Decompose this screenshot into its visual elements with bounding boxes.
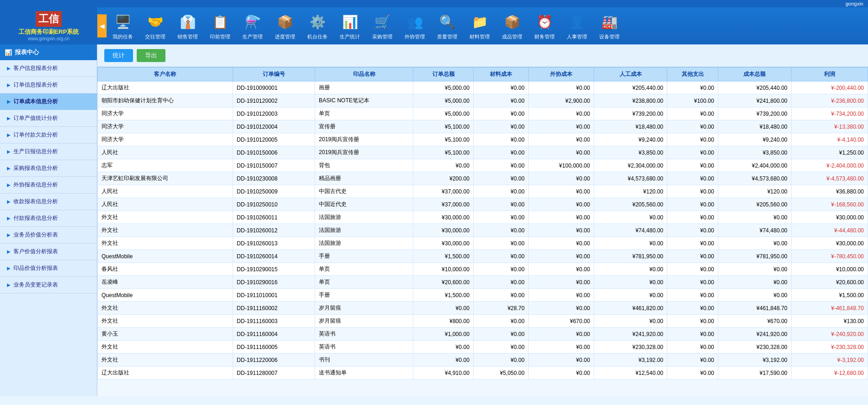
- table-cell: ¥0.00: [667, 172, 718, 185]
- table-cell: ¥0.00: [594, 211, 667, 224]
- sidebar-item-collection-report[interactable]: ▶收款报表信息分析: [0, 193, 97, 210]
- nav-item-stat[interactable]: 📊生产统计: [334, 9, 366, 43]
- table-cell: DD-1910120002: [233, 94, 315, 107]
- col-header[interactable]: 人工成本: [594, 68, 667, 81]
- table-cell: DD-1911160004: [233, 328, 315, 341]
- table-row: 辽大出版社DD-1911280007送书通知单¥4,910.00¥5,050.0…: [98, 367, 868, 380]
- nav-item-sales[interactable]: 👔销售管理: [171, 9, 204, 43]
- table-cell: ¥0.00: [528, 302, 594, 315]
- table-cell: ¥0.00: [474, 211, 529, 224]
- table-cell: DD-1910290016: [233, 276, 315, 289]
- nav-arrow-btn[interactable]: ◀: [97, 14, 107, 37]
- sidebar-item-label-product-value: 印品价值分析报表: [13, 264, 58, 272]
- sidebar-item-customer-value[interactable]: ▶客户价值分析报表: [0, 243, 97, 260]
- table-cell: 画册: [315, 81, 413, 94]
- sidebar-item-order-analysis[interactable]: ▶订单信息报表分析: [0, 77, 97, 93]
- table-cell: ¥0.00: [667, 146, 718, 159]
- col-header[interactable]: 其他支出: [667, 68, 718, 81]
- nav-item-machine[interactable]: ⚙️机台任务: [301, 9, 334, 43]
- sidebar-header-label: 报表中心: [15, 48, 39, 56]
- table-cell: ¥0.00: [528, 328, 594, 341]
- table-cell: ¥0.00: [667, 198, 718, 211]
- export-button[interactable]: 导出: [137, 49, 165, 62]
- table-cell: ¥0.00: [667, 237, 718, 250]
- table-cell: QuestMobile: [98, 289, 233, 302]
- table-cell: ¥1,000.00: [413, 328, 474, 341]
- nav-item-equipment[interactable]: 🏭设备管理: [593, 9, 626, 43]
- col-header[interactable]: 客户名称: [98, 68, 233, 81]
- nav-label-sales: 销售管理: [177, 33, 198, 40]
- col-header[interactable]: 成本总额: [718, 68, 791, 81]
- sidebar-item-purchase-report[interactable]: ▶采购报表信息分析: [0, 160, 97, 177]
- col-header[interactable]: 材料成本: [474, 68, 529, 81]
- nav-item-purchase[interactable]: 🛒采购管理: [366, 9, 399, 43]
- table-cell: ¥205,440.00: [718, 81, 791, 94]
- col-header[interactable]: 外协成本: [528, 68, 594, 81]
- table-cell: ¥238,800.00: [594, 94, 667, 107]
- sidebar-item-salesperson-change[interactable]: ▶业务员变更记录表: [0, 277, 97, 293]
- sidebar-arrow-customer-value: ▶: [7, 249, 11, 254]
- nav-item-hr[interactable]: 👤人事管理: [561, 9, 593, 43]
- nav-item-finance[interactable]: ⏰财务管理: [528, 9, 561, 43]
- table-cell: DD-1910150007: [233, 159, 315, 172]
- table-cell: ¥0.00: [528, 120, 594, 133]
- table-cell: ¥3,192.00: [594, 354, 667, 367]
- nav-icon-sales: 👔: [177, 12, 198, 32]
- table-cell: ¥0.00: [528, 250, 594, 263]
- col-header[interactable]: 利润: [792, 68, 868, 81]
- table-cell: ¥461,848.70: [718, 302, 791, 315]
- table-cell: ¥0.00: [474, 315, 529, 328]
- content-area[interactable]: 统计 导出 客户名称订单编号印品名称订单总额材料成本外协成本人工成本其他支出成本…: [97, 44, 868, 396]
- sidebar-item-product-value[interactable]: ▶印品价值分析报表: [0, 260, 97, 277]
- sidebar-header: 📊 报表中心: [0, 44, 97, 60]
- col-header[interactable]: 订单编号: [233, 68, 315, 81]
- table-cell: ¥5,000.00: [413, 94, 474, 107]
- table-cell: DD-1910290015: [233, 263, 315, 276]
- nav-item-outsource[interactable]: 👥外协管理: [399, 9, 431, 43]
- nav-icon-hr: 👤: [567, 12, 587, 32]
- table-cell: ¥0.00: [528, 354, 594, 367]
- sidebar-arrow-payment-report: ▶: [7, 216, 11, 221]
- sidebar-item-order-payment-analysis[interactable]: ▶订单付款欠款分析: [0, 127, 97, 143]
- nav-item-contact[interactable]: 🤝交往管理: [139, 9, 171, 43]
- table-cell: 岁月留痕: [315, 302, 413, 315]
- table-cell: DD-1910250009: [233, 185, 315, 198]
- nav-item-finished[interactable]: 📦成品管理: [496, 9, 528, 43]
- sidebar-item-label-collection-report: 收款报表信息分析: [13, 198, 58, 206]
- nav-item-prepress[interactable]: 📋印前管理: [204, 9, 236, 43]
- table-cell: ¥0.00: [667, 263, 718, 276]
- col-header[interactable]: 印品名称: [315, 68, 413, 81]
- sidebar-item-customer-analysis[interactable]: ▶客户信息报表分析: [0, 60, 97, 77]
- table-cell: ¥0.00: [718, 237, 791, 250]
- sidebar-item-order-cost-analysis[interactable]: ▶订单成本信息分析: [0, 93, 97, 110]
- table-cell: 法国旅游: [315, 211, 413, 224]
- sidebar-item-payment-report[interactable]: ▶付款报表信息分析: [0, 210, 97, 227]
- table-cell: ¥670.00: [528, 315, 594, 328]
- sidebar-item-salesperson-value[interactable]: ▶业务员价值分析表: [0, 227, 97, 243]
- table-cell: ¥0.00: [413, 302, 474, 315]
- table-cell: ¥0.00: [718, 263, 791, 276]
- nav-item-my-tasks[interactable]: 🖥️我的任务: [107, 9, 139, 43]
- col-header[interactable]: 订单总额: [413, 68, 474, 81]
- nav-icon-material: 📁: [469, 12, 490, 32]
- table-cell: ¥0.00: [474, 133, 529, 146]
- table-cell: ¥5,000.00: [413, 81, 474, 94]
- table-cell: ¥4,573,680.00: [594, 172, 667, 185]
- nav-item-material[interactable]: 📁材料管理: [463, 9, 496, 43]
- table-cell: 中国近代史: [315, 198, 413, 211]
- sidebar-item-outsource-report[interactable]: ▶外协报表信息分析: [0, 177, 97, 193]
- table-row: 外文社DD-1911160005英语书¥0.00¥0.00¥0.00¥230,3…: [98, 341, 868, 354]
- table-cell: ¥241,920.00: [594, 328, 667, 341]
- sidebar-arrow-order-analysis: ▶: [7, 82, 11, 87]
- nav-item-quality[interactable]: 🔍质量管理: [431, 9, 463, 43]
- table-header-row: 客户名称订单编号印品名称订单总额材料成本外协成本人工成本其他支出成本总额利润: [98, 68, 868, 81]
- nav-item-production[interactable]: ⚗️生产管理: [236, 9, 269, 43]
- sidebar-item-order-value-analysis[interactable]: ▶订单产值统计分析: [0, 110, 97, 127]
- sidebar-item-label-order-analysis: 订单信息报表分析: [13, 81, 58, 89]
- table-cell: ¥205,560.00: [718, 198, 791, 211]
- table-cell: ¥0.00: [667, 107, 718, 120]
- stat-button[interactable]: 统计: [104, 49, 133, 62]
- table-cell: ¥0.00: [667, 159, 718, 172]
- sidebar-item-production-daily[interactable]: ▶生产日报信息分析: [0, 143, 97, 160]
- nav-item-progress[interactable]: 📦进度管理: [269, 9, 301, 43]
